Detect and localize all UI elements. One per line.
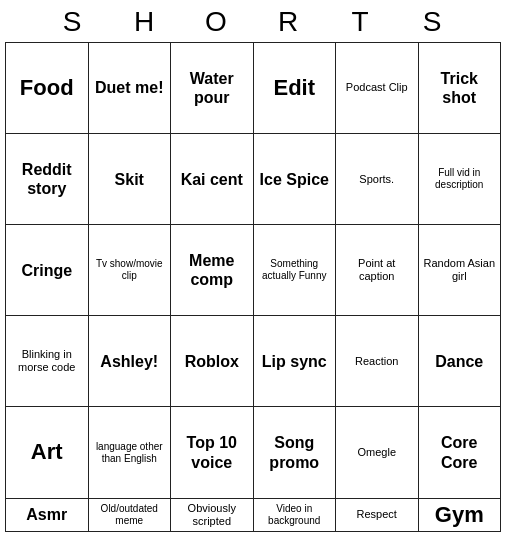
bingo-cell-15[interactable]: Something actually Funny: [254, 225, 337, 316]
bingo-cell-27[interactable]: Song promo: [254, 407, 337, 498]
title-letter-h: H: [109, 6, 181, 38]
bingo-cell-21[interactable]: Lip sync: [254, 316, 337, 407]
title-letter-r: R: [253, 6, 325, 38]
bingo-cell-18[interactable]: Blinking in morse code: [6, 316, 89, 407]
bingo-cell-28[interactable]: Omegle: [336, 407, 419, 498]
bingo-cell-31[interactable]: Old/outdated meme: [89, 499, 172, 532]
bingo-cell-32[interactable]: Obviously scripted: [171, 499, 254, 532]
bingo-cell-11[interactable]: Full vid in description: [419, 134, 502, 225]
bingo-cell-22[interactable]: Reaction: [336, 316, 419, 407]
bingo-title: S H O R T S: [0, 0, 506, 42]
bingo-cell-0[interactable]: Food: [6, 43, 89, 134]
bingo-cell-20[interactable]: Roblox: [171, 316, 254, 407]
bingo-cell-13[interactable]: Tv show/movie clip: [89, 225, 172, 316]
title-letter-t: T: [325, 6, 397, 38]
bingo-cell-6[interactable]: Reddit story: [6, 134, 89, 225]
bingo-cell-5[interactable]: Trick shot: [419, 43, 502, 134]
bingo-cell-2[interactable]: Water pour: [171, 43, 254, 134]
bingo-cell-33[interactable]: Video in background: [254, 499, 337, 532]
bingo-cell-1[interactable]: Duet me!: [89, 43, 172, 134]
bingo-cell-19[interactable]: Ashley!: [89, 316, 172, 407]
bingo-cell-16[interactable]: Point at caption: [336, 225, 419, 316]
bingo-cell-26[interactable]: Top 10 voice: [171, 407, 254, 498]
bingo-cell-35[interactable]: Gym: [419, 499, 502, 532]
bingo-cell-14[interactable]: Meme comp: [171, 225, 254, 316]
bingo-cell-3[interactable]: Edit: [254, 43, 337, 134]
title-letter-o: O: [181, 6, 253, 38]
bingo-cell-29[interactable]: Core Core: [419, 407, 502, 498]
bingo-cell-17[interactable]: Random Asian girl: [419, 225, 502, 316]
bingo-cell-12[interactable]: Cringe: [6, 225, 89, 316]
bingo-cell-25[interactable]: language other than English: [89, 407, 172, 498]
bingo-cell-30[interactable]: Asmr: [6, 499, 89, 532]
bingo-cell-10[interactable]: Sports.: [336, 134, 419, 225]
bingo-cell-8[interactable]: Kai cent: [171, 134, 254, 225]
bingo-cell-4[interactable]: Podcast Clip: [336, 43, 419, 134]
title-letter-s2: S: [397, 6, 469, 38]
bingo-cell-23[interactable]: Dance: [419, 316, 502, 407]
bingo-cell-7[interactable]: Skit: [89, 134, 172, 225]
bingo-cell-34[interactable]: Respect: [336, 499, 419, 532]
title-letter-s1: S: [37, 6, 109, 38]
bingo-grid: FoodDuet me!Water pourEditPodcast ClipTr…: [5, 42, 501, 532]
bingo-cell-9[interactable]: Ice Spice: [254, 134, 337, 225]
bingo-cell-24[interactable]: Art: [6, 407, 89, 498]
